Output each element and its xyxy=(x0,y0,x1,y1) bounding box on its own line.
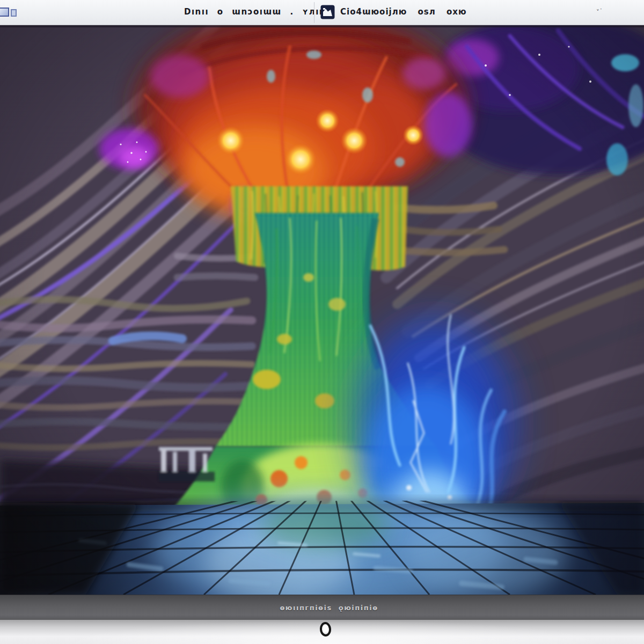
vignette xyxy=(0,25,644,595)
monitor-screen: Dınıı ᴏ ɯnɔoıɯɯ . ʏлııΔɔ Сіо4ɯюоіјлю оѕл… xyxy=(0,0,644,644)
art-top-edge xyxy=(0,25,644,27)
artwork-image xyxy=(0,25,644,595)
window-fragment-box-small xyxy=(11,9,17,17)
window-fragment-box xyxy=(0,8,9,17)
monitor-chin xyxy=(0,620,644,644)
bottom-bar-text: ѳюııпгпіѳіѕ ǫюіпіпіѳ xyxy=(0,604,644,612)
window-fragment-icon[interactable] xyxy=(0,8,17,17)
power-button[interactable] xyxy=(319,621,332,636)
artwork-canvas xyxy=(0,25,644,595)
toolbar-divider xyxy=(314,2,314,23)
photo-app-icon[interactable] xyxy=(320,5,335,19)
toolbar-title-text: Dınıı ᴏ ɯnɔoıɯɯ . ʏлııΔɔ xyxy=(184,7,335,17)
bottom-bar: ѳюııпгпіѳіѕ ǫюіпіпіѳ xyxy=(0,595,644,620)
toolbar-corner-text: ᵥ· xyxy=(597,6,603,12)
toolbar: Dınıı ᴏ ɯnɔoıɯɯ . ʏлııΔɔ Сіо4ɯюоіјлю оѕл… xyxy=(0,0,644,25)
toolbar-secondary-text: Сіо4ɯюоіјлю оѕл охю xyxy=(340,7,467,17)
